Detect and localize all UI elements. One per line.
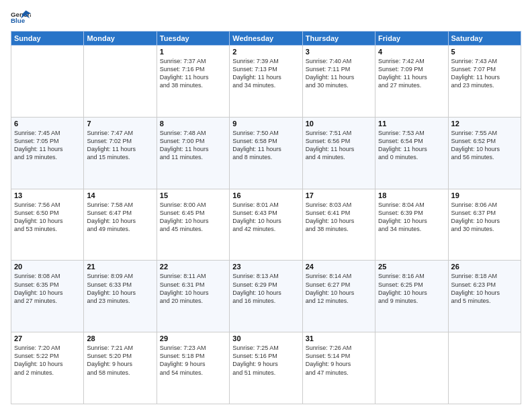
day-number: 8 (160, 120, 226, 128)
calendar-table: SundayMondayTuesdayWednesdayThursdayFrid… (11, 31, 521, 404)
calendar-cell: 20Sunrise: 8:08 AM Sunset: 6:35 PM Dayli… (11, 261, 84, 332)
day-info: Sunrise: 7:40 AM Sunset: 7:11 PM Dayligh… (306, 57, 372, 90)
day-info: Sunrise: 7:56 AM Sunset: 6:50 PM Dayligh… (14, 201, 81, 234)
col-header-wednesday: Wednesday (230, 32, 302, 46)
calendar-cell: 5Sunrise: 7:43 AM Sunset: 7:07 PM Daylig… (448, 46, 521, 118)
calendar-cell: 9Sunrise: 7:50 AM Sunset: 6:58 PM Daylig… (230, 117, 302, 189)
day-info: Sunrise: 7:50 AM Sunset: 6:58 PM Dayligh… (232, 129, 299, 162)
day-number: 2 (232, 48, 299, 56)
day-info: Sunrise: 8:13 AM Sunset: 6:29 PM Dayligh… (232, 272, 299, 305)
calendar-cell: 19Sunrise: 8:06 AM Sunset: 6:37 PM Dayli… (448, 189, 521, 261)
day-number: 19 (451, 191, 518, 199)
calendar-week-row: 13Sunrise: 7:56 AM Sunset: 6:50 PM Dayli… (11, 189, 521, 261)
calendar-cell: 29Sunrise: 7:23 AM Sunset: 5:18 PM Dayli… (157, 332, 229, 404)
day-info: Sunrise: 7:25 AM Sunset: 5:16 PM Dayligh… (232, 344, 299, 377)
calendar-cell: 30Sunrise: 7:25 AM Sunset: 5:16 PM Dayli… (230, 332, 302, 404)
calendar-cell: 10Sunrise: 7:51 AM Sunset: 6:56 PM Dayli… (302, 117, 375, 189)
day-number: 23 (232, 263, 299, 271)
calendar-cell: 11Sunrise: 7:53 AM Sunset: 6:54 PM Dayli… (375, 117, 448, 189)
col-header-sunday: Sunday (11, 32, 84, 46)
day-number: 10 (306, 120, 372, 128)
calendar-cell: 15Sunrise: 8:00 AM Sunset: 6:45 PM Dayli… (157, 189, 229, 261)
day-number: 6 (14, 120, 81, 128)
day-number: 9 (232, 120, 299, 128)
day-number: 25 (378, 263, 445, 271)
day-number: 22 (160, 263, 226, 271)
day-number: 24 (306, 263, 372, 271)
day-info: Sunrise: 7:53 AM Sunset: 6:54 PM Dayligh… (378, 129, 445, 162)
calendar-cell: 13Sunrise: 7:56 AM Sunset: 6:50 PM Dayli… (11, 189, 84, 261)
day-info: Sunrise: 8:01 AM Sunset: 6:43 PM Dayligh… (232, 201, 299, 234)
day-info: Sunrise: 7:51 AM Sunset: 6:56 PM Dayligh… (306, 129, 372, 162)
day-number: 29 (160, 334, 226, 342)
day-info: Sunrise: 8:11 AM Sunset: 6:31 PM Dayligh… (160, 272, 226, 305)
calendar-cell (84, 46, 157, 118)
day-number: 1 (160, 48, 226, 56)
day-info: Sunrise: 7:23 AM Sunset: 5:18 PM Dayligh… (160, 344, 226, 377)
calendar-week-row: 20Sunrise: 8:08 AM Sunset: 6:35 PM Dayli… (11, 261, 521, 332)
day-number: 4 (378, 48, 445, 56)
day-number: 18 (378, 191, 445, 199)
calendar-cell: 22Sunrise: 8:11 AM Sunset: 6:31 PM Dayli… (157, 261, 229, 332)
calendar-cell: 25Sunrise: 8:16 AM Sunset: 6:25 PM Dayli… (375, 261, 448, 332)
day-number: 28 (87, 334, 153, 342)
calendar-cell: 8Sunrise: 7:48 AM Sunset: 7:00 PM Daylig… (157, 117, 229, 189)
calendar-cell: 26Sunrise: 8:18 AM Sunset: 6:23 PM Dayli… (448, 261, 521, 332)
calendar-cell: 14Sunrise: 7:58 AM Sunset: 6:47 PM Dayli… (84, 189, 157, 261)
day-info: Sunrise: 8:16 AM Sunset: 6:25 PM Dayligh… (378, 272, 445, 305)
day-info: Sunrise: 7:55 AM Sunset: 6:52 PM Dayligh… (451, 129, 518, 162)
calendar-cell: 27Sunrise: 7:20 AM Sunset: 5:22 PM Dayli… (11, 332, 84, 404)
svg-text:Blue: Blue (11, 17, 26, 24)
day-number: 17 (306, 191, 372, 199)
calendar-cell: 23Sunrise: 8:13 AM Sunset: 6:29 PM Dayli… (230, 261, 302, 332)
page-header: General Blue (11, 9, 521, 26)
day-number: 7 (87, 120, 153, 128)
calendar-cell: 24Sunrise: 8:14 AM Sunset: 6:27 PM Dayli… (302, 261, 375, 332)
calendar-cell: 21Sunrise: 8:09 AM Sunset: 6:33 PM Dayli… (84, 261, 157, 332)
day-info: Sunrise: 8:03 AM Sunset: 6:41 PM Dayligh… (306, 201, 372, 234)
day-number: 15 (160, 191, 226, 199)
calendar-cell: 28Sunrise: 7:21 AM Sunset: 5:20 PM Dayli… (84, 332, 157, 404)
calendar-week-row: 27Sunrise: 7:20 AM Sunset: 5:22 PM Dayli… (11, 332, 521, 404)
day-info: Sunrise: 8:00 AM Sunset: 6:45 PM Dayligh… (160, 201, 226, 234)
day-number: 27 (14, 334, 81, 342)
day-info: Sunrise: 7:37 AM Sunset: 7:16 PM Dayligh… (160, 57, 226, 90)
day-info: Sunrise: 7:47 AM Sunset: 7:02 PM Dayligh… (87, 129, 153, 162)
calendar-header-row: SundayMondayTuesdayWednesdayThursdayFrid… (11, 32, 521, 46)
day-number: 3 (306, 48, 372, 56)
day-info: Sunrise: 7:26 AM Sunset: 5:14 PM Dayligh… (306, 344, 372, 377)
calendar-week-row: 1Sunrise: 7:37 AM Sunset: 7:16 PM Daylig… (11, 46, 521, 118)
calendar-cell: 7Sunrise: 7:47 AM Sunset: 7:02 PM Daylig… (84, 117, 157, 189)
day-info: Sunrise: 7:45 AM Sunset: 7:05 PM Dayligh… (14, 129, 81, 162)
calendar-cell: 2Sunrise: 7:39 AM Sunset: 7:13 PM Daylig… (230, 46, 302, 118)
calendar-cell (448, 332, 521, 404)
day-info: Sunrise: 7:58 AM Sunset: 6:47 PM Dayligh… (87, 201, 153, 234)
logo: General Blue (11, 9, 31, 26)
calendar-cell (11, 46, 84, 118)
day-number: 16 (232, 191, 299, 199)
day-number: 31 (306, 334, 372, 342)
day-info: Sunrise: 8:04 AM Sunset: 6:39 PM Dayligh… (378, 201, 445, 234)
calendar-cell: 17Sunrise: 8:03 AM Sunset: 6:41 PM Dayli… (302, 189, 375, 261)
day-number: 11 (378, 120, 445, 128)
col-header-friday: Friday (375, 32, 448, 46)
day-number: 26 (451, 263, 518, 271)
day-info: Sunrise: 7:48 AM Sunset: 7:00 PM Dayligh… (160, 129, 226, 162)
day-info: Sunrise: 7:42 AM Sunset: 7:09 PM Dayligh… (378, 57, 445, 90)
calendar-cell: 18Sunrise: 8:04 AM Sunset: 6:39 PM Dayli… (375, 189, 448, 261)
calendar-week-row: 6Sunrise: 7:45 AM Sunset: 7:05 PM Daylig… (11, 117, 521, 189)
calendar-cell: 6Sunrise: 7:45 AM Sunset: 7:05 PM Daylig… (11, 117, 84, 189)
calendar-cell (375, 332, 448, 404)
day-info: Sunrise: 8:18 AM Sunset: 6:23 PM Dayligh… (451, 272, 518, 305)
day-info: Sunrise: 8:08 AM Sunset: 6:35 PM Dayligh… (14, 272, 81, 305)
day-info: Sunrise: 8:14 AM Sunset: 6:27 PM Dayligh… (306, 272, 372, 305)
calendar-cell: 1Sunrise: 7:37 AM Sunset: 7:16 PM Daylig… (157, 46, 229, 118)
col-header-monday: Monday (84, 32, 157, 46)
day-info: Sunrise: 8:09 AM Sunset: 6:33 PM Dayligh… (87, 272, 153, 305)
day-number: 13 (14, 191, 81, 199)
day-info: Sunrise: 8:06 AM Sunset: 6:37 PM Dayligh… (451, 201, 518, 234)
day-number: 20 (14, 263, 81, 271)
calendar-cell: 31Sunrise: 7:26 AM Sunset: 5:14 PM Dayli… (302, 332, 375, 404)
day-info: Sunrise: 7:39 AM Sunset: 7:13 PM Dayligh… (232, 57, 299, 90)
day-number: 5 (451, 48, 518, 56)
